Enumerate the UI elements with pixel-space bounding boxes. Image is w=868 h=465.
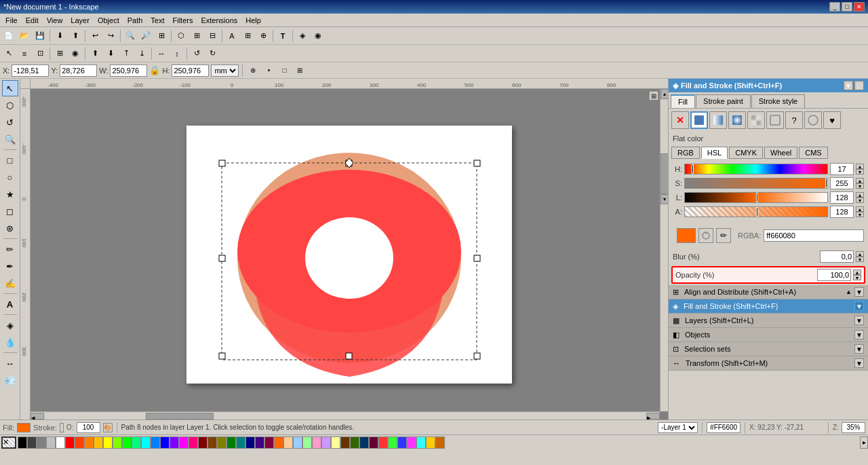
canvas-inner[interactable] [31,89,668,420]
close-button[interactable]: ✕ [854,2,865,12]
opacity-input[interactable] [817,269,851,281]
tool-gradient[interactable]: ◈ [2,317,18,333]
swatch-bright-magenta[interactable] [407,436,416,449]
swatch-spring-green[interactable] [132,436,141,449]
selection-sets-expand[interactable]: ▼ [854,344,864,354]
fill-stroke-panel-header[interactable]: ◈ Fill and Stroke (Shift+Ctrl+F) ▼ □ [669,79,868,92]
l-down-button[interactable]: ▼ [856,198,864,203]
scroll-up-button[interactable]: ▴ [660,89,668,99]
swatch-dark-gray[interactable] [27,436,37,449]
tool-dropper[interactable]: 💧 [2,334,18,350]
a-up-button[interactable]: ▲ [856,206,864,212]
align-distribute-header[interactable]: ⊞ Align and Distribute (Shift+Ctrl+A) ▲ … [669,285,868,299]
hscroll-thumb[interactable] [146,413,214,420]
swatch-light-blue[interactable] [293,436,302,449]
layer-select[interactable]: -Layer 1 [658,422,698,433]
swatch-wine[interactable] [369,436,378,449]
zoom-fit-button[interactable]: ⊞ [154,29,169,43]
select-touch-button[interactable]: ⊡ [33,46,47,61]
swatch-amber[interactable] [94,436,103,449]
snap-bbox-button[interactable]: □ [277,64,291,77]
text-tool-btn[interactable]: T [275,29,290,43]
transform-expand[interactable]: ▼ [854,358,864,368]
h-value[interactable] [830,163,854,175]
fill-pattern-button[interactable] [747,111,765,129]
h-down-button[interactable]: ▼ [856,169,864,174]
swatch-bright-cyan[interactable] [416,436,426,449]
x-input[interactable] [12,64,49,77]
horizontal-scrollbar[interactable]: ◂ ▸ [31,411,660,420]
tool-tweak[interactable]: ↺ [2,114,18,130]
tool-3dbox[interactable]: ◻ [2,203,18,219]
objects-expand[interactable]: ▼ [854,330,864,339]
scroll-left-button[interactable]: ◂ [31,413,44,420]
swatch-peach[interactable] [283,436,293,449]
select-same-button[interactable]: ≡ [17,46,32,61]
opacity-down-button[interactable]: ▼ [853,275,861,280]
menu-path[interactable]: Path [123,15,147,26]
rotate-ccw-button[interactable]: ↺ [189,46,204,61]
blur-input[interactable] [820,250,854,263]
tool-node[interactable]: ⬡ [2,97,18,113]
swatch-caramel[interactable] [435,436,445,449]
swatch-magenta[interactable] [179,436,189,449]
fill-linear-button[interactable] [709,111,727,129]
fill-stroke-collapse-button[interactable]: ▼ [844,81,853,90]
raise-button[interactable]: ⬆ [87,46,102,61]
tool-zoom[interactable]: 🔍 [2,131,18,147]
align-distribute-expand[interactable]: ▼ [854,287,864,297]
swatch-dark-green[interactable] [226,436,236,449]
fill-swatch-button[interactable] [766,111,784,129]
fill-flat-button[interactable] [690,111,708,129]
scroll-down-button[interactable]: ▾ [660,194,668,204]
tab-fill[interactable]: Fill [671,94,695,108]
swatch-violet[interactable] [170,436,179,449]
a-slider[interactable] [684,206,828,217]
tool-ellipse[interactable]: ○ [2,169,18,185]
swatch-light-gray[interactable] [46,436,56,449]
redo-button[interactable]: ↪ [103,29,118,43]
flip-v-button[interactable]: ↕ [170,46,184,61]
transform-header[interactable]: ↔ Transform (Shift+Ctrl+M) ▼ [669,356,868,370]
h-slider[interactable] [684,164,828,174]
tab-cmyk[interactable]: CMYK [729,147,763,159]
tool-text[interactable]: A [2,296,18,312]
swatch-gold[interactable] [426,436,435,449]
menu-filters[interactable]: Filters [169,15,197,26]
a-value[interactable] [830,206,854,218]
select-all-button[interactable]: ↖ [1,46,16,61]
menu-extensions[interactable]: Extensions [197,15,241,26]
lower-button[interactable]: ⬇ [103,46,118,61]
s-slider[interactable] [684,178,828,189]
l-up-button[interactable]: ▲ [856,192,864,198]
lower-bottom-button[interactable]: ⤓ [134,46,149,61]
menu-help[interactable]: Help [241,15,265,26]
color-swatch[interactable] [677,228,696,243]
group-button[interactable]: ⊞ [189,29,204,43]
snap-nodes-button[interactable]: • [262,64,275,77]
fill-unknown-button[interactable]: ? [785,111,803,129]
lock-icon[interactable]: 🔒 [149,65,160,75]
tool-select[interactable]: ↖ [2,80,18,96]
fill-stroke-section-collapse[interactable]: ▼ [854,301,864,311]
swatch-bright-blue[interactable] [397,436,407,449]
swatch-pink[interactable] [189,436,198,449]
snap-page-button[interactable]: ⊞ [293,64,307,77]
blur-down-button[interactable]: ▼ [856,257,864,262]
zoom-in-button[interactable]: 🔍 [123,29,138,43]
transform-button[interactable]: ⊞ [52,46,67,61]
s-down-button[interactable]: ▼ [856,183,864,189]
tool-spiral[interactable]: ⊛ [2,220,18,236]
swatch-red-orange[interactable] [75,436,84,449]
no-color-swatch[interactable]: ✕ [1,436,16,449]
layers-expand[interactable]: ▼ [854,316,864,325]
menu-file[interactable]: File [1,15,22,26]
stroke-tool-btn[interactable]: ◉ [311,29,326,43]
snap-button[interactable]: ⊕ [256,29,271,43]
menu-layer[interactable]: Layer [66,15,94,26]
fill-tool-btn[interactable]: ◈ [295,29,310,43]
ungroup-button[interactable]: ⊟ [205,29,220,43]
objects-header[interactable]: ◧ Objects ▼ [669,328,868,341]
tab-cms[interactable]: CMS [799,147,827,159]
grid-button[interactable]: ⊞ [240,29,255,43]
